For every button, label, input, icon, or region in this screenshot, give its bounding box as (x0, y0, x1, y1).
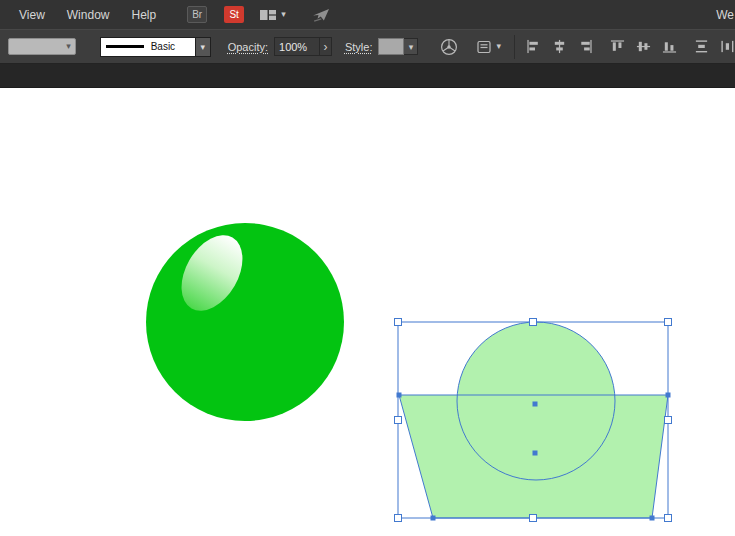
center-point[interactable] (533, 451, 538, 456)
menu-bar: View Window Help Br St ▾ We (0, 0, 735, 29)
brush-stroke-sample (106, 45, 144, 48)
opacity-input[interactable] (274, 37, 320, 56)
circle-shape[interactable] (457, 322, 615, 480)
distribute-horizontal-button[interactable] (720, 39, 735, 54)
center-point[interactable] (533, 402, 538, 407)
selection-handle[interactable] (665, 417, 672, 424)
document-tab-strip (0, 64, 735, 88)
selection-handle[interactable] (530, 319, 537, 326)
document-setup-button[interactable]: ▾ (476, 40, 501, 54)
arrange-documents-button[interactable]: ▾ (259, 8, 286, 22)
align-vertical-center-icon (636, 39, 651, 54)
align-left-icon (526, 39, 541, 54)
menu-help[interactable]: Help (120, 8, 167, 22)
selection-handle[interactable] (395, 417, 402, 424)
style-swatch (378, 38, 404, 55)
document-icon (476, 40, 492, 54)
align-horizontal-center-icon (552, 39, 567, 54)
align-right-button[interactable] (578, 39, 593, 54)
selection-handle[interactable] (530, 515, 537, 522)
brush-preview: Basic (100, 37, 196, 57)
brush-name-label: Basic (151, 41, 175, 52)
selection-handle[interactable] (395, 319, 402, 326)
brush-definition-dropdown[interactable]: Basic ▾ (100, 37, 211, 57)
app-bar-tools: Br St ▾ (187, 6, 331, 23)
horizontal-align-group (526, 39, 593, 54)
opacity-label[interactable]: Opacity: (228, 41, 268, 53)
distribute-vertical-button[interactable] (694, 39, 709, 54)
anchor-point[interactable] (397, 393, 402, 398)
recolor-artwork-button[interactable] (440, 38, 458, 56)
chevron-down-icon[interactable]: ▾ (404, 38, 418, 55)
selection-handle[interactable] (665, 515, 672, 522)
distribute-horizontal-icon (720, 39, 735, 54)
share-icon[interactable] (312, 7, 331, 22)
menu-window[interactable]: Window (56, 8, 121, 22)
align-top-icon (610, 39, 625, 54)
variable-width-profile-dropdown[interactable]: ▾ (8, 38, 76, 55)
stock-button[interactable]: St (224, 6, 244, 23)
vertical-align-group (610, 39, 677, 54)
anchor-point[interactable] (666, 393, 671, 398)
chevron-down-icon: ▾ (281, 10, 286, 19)
recolor-artwork-icon (440, 38, 458, 56)
anchor-point[interactable] (431, 516, 436, 521)
chevron-down-icon[interactable]: ▾ (196, 37, 211, 57)
align-right-icon (578, 39, 593, 54)
distribute-vertical-icon (694, 39, 709, 54)
bridge-button[interactable]: Br (187, 6, 207, 23)
anchor-point[interactable] (650, 516, 655, 521)
distribute-group (694, 39, 735, 54)
opacity-panel-arrow-button[interactable]: › (320, 37, 332, 56)
style-label[interactable]: Style: (345, 41, 373, 53)
align-bottom-icon (662, 39, 677, 54)
green-ball-artwork[interactable] (146, 223, 344, 421)
menu-view[interactable]: View (8, 8, 56, 22)
align-top-button[interactable] (610, 39, 625, 54)
align-left-button[interactable] (526, 39, 541, 54)
control-bar: ▾ Basic ▾ Opacity: › Style: ▾ ▾ (0, 29, 735, 64)
selection-handle[interactable] (665, 319, 672, 326)
align-horizontal-center-button[interactable] (552, 39, 567, 54)
workspace-label[interactable]: We (716, 8, 735, 22)
chevron-down-icon: ▾ (496, 42, 501, 51)
align-bottom-button[interactable] (662, 39, 677, 54)
graphic-style-dropdown[interactable]: ▾ (378, 38, 418, 55)
ball-circle[interactable] (146, 223, 344, 421)
separator (514, 35, 515, 59)
selected-artwork[interactable] (395, 319, 672, 522)
artboard-canvas[interactable] (0, 88, 735, 536)
arrange-documents-icon (259, 8, 277, 22)
selection-handle[interactable] (395, 515, 402, 522)
chevron-down-icon: ▾ (66, 42, 75, 51)
align-vertical-center-button[interactable] (636, 39, 651, 54)
